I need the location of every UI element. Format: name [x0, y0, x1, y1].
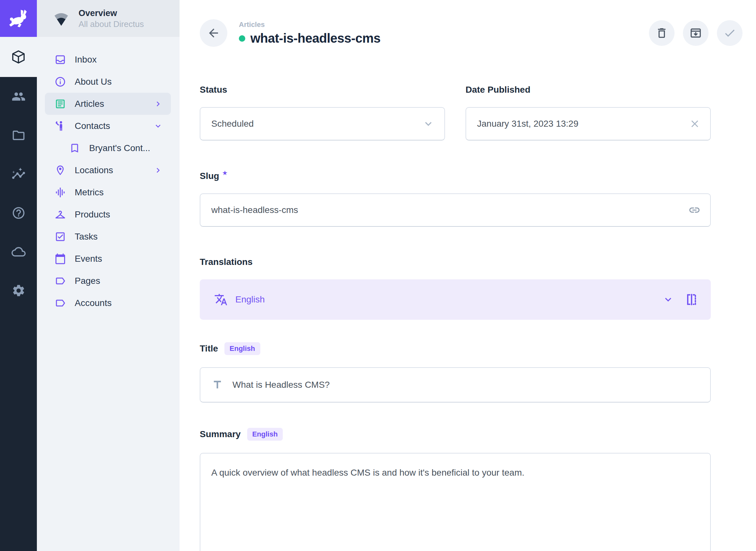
expand-more-icon[interactable]: [153, 121, 163, 131]
sidebar-item-contacts[interactable]: Contacts: [45, 115, 171, 137]
sidebar-item-bryants-contacts[interactable]: Bryant's Cont...: [45, 137, 171, 159]
module-users[interactable]: [0, 77, 37, 116]
arrow-back-icon: [207, 26, 220, 40]
save-button[interactable]: [717, 20, 743, 46]
clear-date-icon[interactable]: [689, 118, 701, 129]
label-icon: [55, 275, 66, 287]
sidebar: Overview All about Directus Inbox About …: [37, 0, 180, 551]
module-help[interactable]: [0, 193, 37, 232]
split-view-icon[interactable]: [685, 293, 699, 307]
slug-input[interactable]: what-is-headless-cms: [200, 193, 711, 227]
translations-selector[interactable]: English: [200, 280, 711, 320]
module-content[interactable]: [0, 37, 37, 77]
sidebar-item-about-us[interactable]: About Us: [45, 71, 171, 93]
help-icon: [12, 206, 26, 220]
status-label: Status: [200, 85, 445, 95]
hanger-icon: [55, 209, 66, 220]
archive-icon: [689, 27, 702, 39]
required-marker: ★: [223, 168, 227, 178]
status-dot: [239, 35, 245, 42]
back-button[interactable]: [200, 19, 227, 47]
field-summary: Summary English A quick overview of what…: [200, 428, 711, 551]
app-logo[interactable]: [0, 0, 37, 37]
chevron-right-icon[interactable]: [153, 99, 163, 109]
sidebar-item-label: Accounts: [75, 298, 112, 308]
archive-button[interactable]: [683, 20, 709, 46]
title-label-text: Title: [200, 344, 218, 354]
sidebar-item-label: Metrics: [75, 187, 104, 197]
chevron-right-icon[interactable]: [153, 165, 163, 175]
bookmark-icon: [69, 142, 80, 154]
module-settings[interactable]: [0, 271, 37, 310]
sidebar-item-label: Bryant's Cont...: [89, 143, 150, 153]
module-insights[interactable]: [0, 154, 37, 193]
header-titles: Articles what-is-headless-cms: [239, 21, 381, 46]
slug-label: Slug ★: [200, 171, 711, 181]
sidebar-item-label: About Us: [75, 77, 112, 87]
inbox-icon: [55, 54, 66, 65]
field-status: Status Scheduled: [200, 85, 445, 140]
equalizer-icon: [55, 187, 66, 198]
title-language-badge: English: [224, 342, 260, 355]
summary-label: Summary English: [200, 428, 711, 441]
sidebar-item-accounts[interactable]: Accounts: [45, 292, 171, 314]
sidebar-item-locations[interactable]: Locations: [45, 159, 171, 181]
label-icon: [55, 297, 66, 309]
sidebar-item-metrics[interactable]: Metrics: [45, 181, 171, 203]
delete-icon: [655, 27, 668, 39]
edit-form: Status Scheduled Date Published January …: [200, 85, 711, 551]
module-bar: [0, 0, 37, 551]
check-icon: [723, 27, 736, 39]
project-title: Overview: [79, 8, 144, 18]
status-select[interactable]: Scheduled: [200, 107, 445, 140]
sidebar-header-text: Overview All about Directus: [79, 8, 144, 29]
box-icon: [11, 49, 26, 64]
sidebar-item-label: Events: [75, 254, 102, 264]
sidebar-item-label: Tasks: [75, 231, 98, 242]
module-files[interactable]: [0, 116, 37, 154]
sidebar-item-events[interactable]: Events: [45, 247, 171, 270]
article-icon: [55, 98, 66, 110]
form-row-status-date: Status Scheduled Date Published January …: [200, 85, 711, 140]
cloud-icon: [12, 245, 26, 259]
sidebar-item-label: Articles: [75, 99, 104, 109]
module-cloud[interactable]: [0, 232, 37, 271]
sidebar-item-label: Products: [75, 209, 110, 220]
sidebar-item-label: Inbox: [75, 54, 97, 65]
folder-icon: [12, 128, 26, 142]
page-header: Articles what-is-headless-cms: [200, 19, 743, 47]
title-input[interactable]: What is Headless CMS?: [200, 367, 711, 403]
calendar-icon: [55, 253, 66, 264]
date-published-input[interactable]: January 31st, 2023 13:29: [466, 107, 711, 140]
sidebar-item-tasks[interactable]: Tasks: [45, 225, 171, 247]
title-label: Title English: [200, 342, 711, 355]
date-published-label: Date Published: [466, 85, 711, 95]
slug-value: what-is-headless-cms: [211, 205, 298, 215]
sidebar-item-label: Contacts: [75, 121, 110, 131]
sidebar-item-label: Pages: [75, 276, 100, 286]
sidebar-item-inbox[interactable]: Inbox: [45, 48, 171, 71]
chevron-down-icon[interactable]: [422, 117, 435, 130]
summary-textarea[interactable]: A quick overview of what headless CMS is…: [200, 453, 711, 551]
title-format-icon: [211, 379, 223, 391]
delete-button[interactable]: [649, 20, 675, 46]
project-status-icon: [52, 10, 70, 28]
task-icon: [55, 231, 66, 242]
sidebar-item-pages[interactable]: Pages: [45, 270, 171, 292]
header-actions: [649, 20, 743, 46]
field-title: Title English What is Headless CMS?: [200, 342, 711, 403]
slug-label-text: Slug: [200, 171, 219, 181]
group-icon: [12, 89, 26, 104]
sidebar-item-articles[interactable]: Articles: [45, 93, 171, 115]
module-bar-items: [0, 37, 37, 310]
link-icon[interactable]: [688, 204, 701, 216]
field-slug: Slug ★ what-is-headless-cms: [200, 171, 711, 227]
sidebar-header[interactable]: Overview All about Directus: [37, 0, 180, 37]
chevron-down-icon[interactable]: [662, 294, 674, 306]
sidebar-item-products[interactable]: Products: [45, 203, 171, 225]
place-icon: [55, 164, 66, 176]
status-value: Scheduled: [211, 119, 254, 129]
breadcrumb[interactable]: Articles: [239, 21, 381, 29]
main-content: Articles what-is-headless-cms Status Sch…: [180, 0, 756, 551]
field-date-published: Date Published January 31st, 2023 13:29: [466, 85, 711, 140]
